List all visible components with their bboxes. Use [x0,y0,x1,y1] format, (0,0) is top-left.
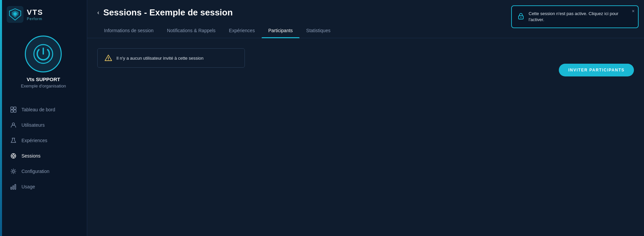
svg-point-17 [12,170,14,172]
logo-area: VTS Perform [0,0,87,29]
sidebar-label-utilisateurs: Utilisateurs [21,122,45,128]
tab-informations[interactable]: Informations de session [97,24,160,38]
logo-vts: VTS [27,8,43,17]
tab-experiences[interactable]: Expériences [222,24,262,38]
warning-banner: Il n'y a aucun utilisateur invité à cett… [97,48,245,68]
user-name: Vts SUPPORT [26,76,60,82]
back-button[interactable]: ‹ [97,9,99,16]
user-org: Exemple d'organisation [21,83,66,88]
lock-icon [517,12,525,21]
logo-text: VTS Perform [27,8,43,21]
left-accent-bar [0,0,2,236]
tab-statistiques[interactable]: Statistiques [300,24,337,38]
warning-message: Il n'y a aucun utilisateur invité à cett… [116,56,204,61]
sidebar-item-configuration[interactable]: Configuration [0,164,87,179]
svg-rect-19 [13,186,14,189]
svg-rect-8 [14,110,16,112]
toast-close-button[interactable]: × [632,9,635,13]
svg-point-24 [108,60,109,60]
svg-rect-18 [11,187,12,189]
sidebar-item-tableau[interactable]: Tableau de bord [0,102,87,117]
warning-icon [104,54,112,62]
svg-rect-5 [11,107,13,109]
sidebar-label-tableau: Tableau de bord [21,107,55,112]
main-content: Cette session n'est pas active. Cliquez … [87,0,644,236]
logo-perform: Perform [27,17,43,21]
page-title: Sessions - Exemple de session [103,7,233,18]
avatar-circle [25,36,62,72]
invite-participants-button[interactable]: INVITER PARTICIPANTS [559,64,634,76]
session-inactive-toast[interactable]: Cette session n'est pas active. Cliquez … [511,5,639,28]
sidebar: VTS Perform Vts SUPPORT Exemple d'organi… [0,0,87,236]
svg-rect-7 [11,110,13,112]
svg-rect-20 [15,184,16,189]
sidebar-label-experiences: Expériences [21,138,47,143]
sidebar-item-usage[interactable]: Usage [0,179,87,194]
usage-icon [10,183,17,190]
sidebar-label-usage: Usage [21,184,35,189]
user-icon [10,122,17,128]
sidebar-item-utilisateurs[interactable]: Utilisateurs [0,117,87,133]
sidebar-item-experiences[interactable]: Expériences [0,133,87,148]
toast-message: Cette session n'est pas active. Cliquez … [529,11,625,23]
tab-notifications[interactable]: Notifications & Rappels [160,24,222,38]
gear-icon [10,168,17,175]
user-avatar-area: Vts SUPPORT Exemple d'organisation [21,36,66,88]
vts-logo-icon [7,6,23,23]
svg-point-12 [12,155,14,157]
flask-icon [10,137,17,144]
power-icon [32,42,55,66]
sidebar-label-sessions: Sessions [21,153,41,159]
sidebar-item-sessions[interactable]: Sessions [0,148,87,164]
tab-participants[interactable]: Participants [262,24,300,38]
svg-rect-6 [14,107,16,109]
grid-icon [10,106,17,113]
sidebar-label-configuration: Configuration [21,169,49,174]
svg-point-22 [521,17,522,18]
nav-menu: Tableau de bord Utilisateurs Expériences [0,102,87,194]
sessions-icon [10,153,17,159]
